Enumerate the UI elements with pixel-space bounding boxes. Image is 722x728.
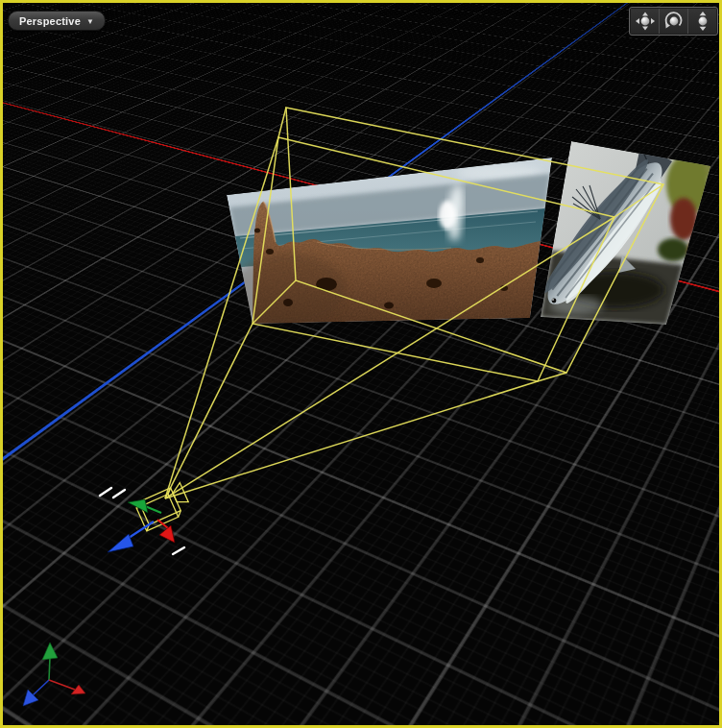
pan-tool-button[interactable] [631,9,659,34]
orbit-icon [662,11,686,32]
gizmo-z-arrow[interactable] [108,522,154,552]
orbit-tool-button[interactable] [659,9,687,34]
view-menu-label: Perspective [19,15,81,27]
view-menu-button[interactable]: Perspective ▼ [8,11,106,31]
scene-overlay [0,0,722,728]
dolly-tool-button[interactable] [687,9,716,34]
gizmo-y-arrow[interactable] [128,499,161,513]
chevron-down-icon: ▼ [86,16,94,26]
dolly-icon [691,11,714,32]
fish-image-card[interactable] [533,139,721,325]
transform-gizmo [108,499,175,552]
viewport-3d[interactable]: Perspective ▼ [0,0,722,728]
world-axis-indicator [23,643,85,706]
view-nav-toolbar [629,7,718,36]
pan-icon [634,11,657,32]
